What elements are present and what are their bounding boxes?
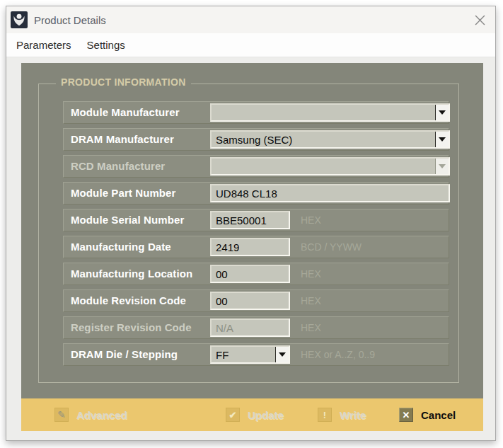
advanced-button-label: Advanced — [76, 409, 127, 421]
field-row-module-revision-code: Module Revision Code00HEX — [63, 289, 449, 312]
field-label-module-manufacturer: Module Manufacturer — [71, 102, 180, 123]
dropdown-arrow-icon[interactable] — [435, 105, 449, 120]
field-hint-manufacturing-date: BCD / YYWW — [301, 236, 362, 258]
field-row-manufacturing-date: Manufacturing Date2419BCD / YYWW — [63, 236, 449, 258]
module-part-number-input[interactable]: UD848 CL18 — [210, 184, 450, 202]
field-value-register-revision-code: N/A — [212, 322, 233, 334]
module-revision-code-input[interactable]: 00 — [210, 292, 290, 310]
field-hint-dram-die-stepping: HEX or A..Z, 0..9 — [301, 344, 375, 365]
close-x-icon: ✕ — [399, 408, 413, 422]
field-label-dram-manufacturer: DRAM Manufacturer — [71, 129, 174, 150]
exclamation-icon: ! — [318, 408, 332, 422]
field-value-module-serial-number: BBE50001 — [212, 214, 267, 226]
field-row-dram-die-stepping: DRAM Die / SteppingFFHEX or A..Z, 0..9 — [63, 343, 449, 366]
write-button-label: Write — [340, 409, 366, 421]
field-row-module-part-number: Module Part NumberUD848 CL18 — [63, 182, 449, 205]
advanced-button: ✎ Advanced — [54, 398, 127, 431]
dropdown-arrow-icon — [435, 159, 449, 174]
field-label-manufacturing-date: Manufacturing Date — [71, 236, 171, 258]
module-manufacturer-combo[interactable] — [210, 103, 450, 122]
title-bar: Product Details — [6, 6, 495, 33]
menu-bar: Parameters Settings — [6, 33, 495, 57]
field-label-rcd-manufacturer: RCD Manufacturer — [71, 156, 165, 177]
form-panel: PRODUCT INFORMATION Module ManufacturerD… — [21, 63, 483, 398]
update-button-label: Update — [248, 409, 284, 421]
field-value-module-revision-code: 00 — [212, 295, 228, 307]
field-value-module-part-number: UD848 CL18 — [212, 188, 277, 200]
dram-manufacturer-combo[interactable]: Samsung (SEC) — [210, 130, 450, 149]
field-label-register-revision-code: Register Revision Code — [71, 317, 192, 338]
window-title: Product Details — [34, 14, 106, 26]
groupbox-title: PRODUCT INFORMATION — [56, 76, 191, 88]
field-hint-module-serial-number: HEX — [301, 209, 321, 231]
module-serial-number-input[interactable]: BBE50001 — [210, 211, 290, 229]
rcd-manufacturer-combo — [210, 157, 450, 176]
field-hint-manufacturing-location: HEX — [301, 263, 321, 285]
field-label-module-serial-number: Module Serial Number — [71, 209, 184, 231]
manufacturing-location-input[interactable]: 00 — [210, 265, 290, 283]
menu-item-settings[interactable]: Settings — [79, 33, 133, 57]
dram-die-stepping-combo[interactable]: FF — [210, 345, 290, 364]
register-revision-code-input: N/A — [210, 318, 290, 337]
field-hint-module-revision-code: HEX — [301, 290, 321, 311]
update-button: ✔ Update — [226, 398, 284, 431]
dropdown-arrow-icon[interactable] — [435, 132, 449, 147]
field-value-dram-die-stepping: FF — [212, 349, 229, 361]
checkmark-icon: ✔ — [226, 408, 240, 422]
dropdown-arrow-icon[interactable] — [275, 347, 289, 362]
cancel-button-label: Cancel — [421, 409, 456, 421]
field-label-module-revision-code: Module Revision Code — [71, 290, 186, 311]
field-value-manufacturing-date: 2419 — [212, 241, 239, 253]
field-label-dram-die-stepping: DRAM Die / Stepping — [71, 344, 178, 365]
close-icon[interactable] — [470, 11, 489, 29]
cancel-button[interactable]: ✕ Cancel — [399, 398, 456, 431]
field-row-module-serial-number: Module Serial NumberBBE50001HEX — [63, 209, 449, 231]
app-logo-icon — [11, 11, 28, 28]
manufacturing-date-input[interactable]: 2419 — [210, 238, 290, 256]
field-row-manufacturing-location: Manufacturing Location00HEX — [63, 263, 449, 285]
footer-bar: ✎ Advanced ✔ Update ! Write ✕ Cancel — [21, 398, 483, 431]
product-details-window: Product Details Parameters Settings PROD… — [6, 6, 496, 441]
field-value-dram-manufacturer: Samsung (SEC) — [212, 134, 292, 146]
field-value-manufacturing-location: 00 — [212, 268, 228, 280]
field-row-module-manufacturer: Module Manufacturer — [63, 101, 449, 124]
menu-item-parameters[interactable]: Parameters — [8, 33, 79, 57]
write-button: ! Write — [318, 398, 366, 431]
field-row-dram-manufacturer: DRAM ManufacturerSamsung (SEC) — [63, 128, 449, 151]
field-label-manufacturing-location: Manufacturing Location — [71, 263, 192, 285]
pencil-icon: ✎ — [54, 408, 69, 422]
field-label-module-part-number: Module Part Number — [71, 183, 175, 204]
field-row-register-revision-code: Register Revision CodeN/AHEX — [63, 316, 449, 339]
field-hint-register-revision-code: HEX — [301, 317, 321, 338]
field-row-rcd-manufacturer: RCD Manufacturer — [63, 155, 449, 178]
